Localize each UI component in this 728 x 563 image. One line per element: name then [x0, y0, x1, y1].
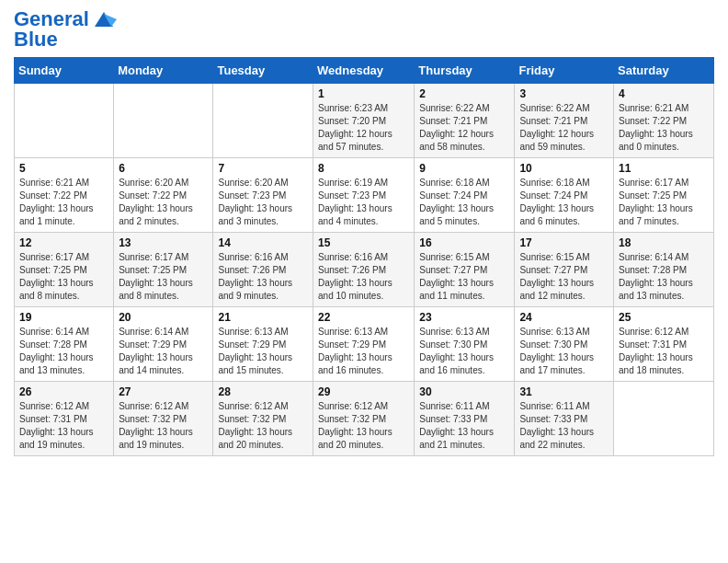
calendar-cell: 9Sunrise: 6:18 AMSunset: 7:24 PMDaylight… [415, 158, 515, 233]
day-number: 28 [218, 385, 308, 398]
calendar-cell: 19Sunrise: 6:14 AMSunset: 7:28 PMDayligh… [15, 307, 114, 382]
calendar-cell: 1Sunrise: 6:23 AMSunset: 7:20 PMDaylight… [313, 84, 415, 158]
calendar-cell: 13Sunrise: 6:17 AMSunset: 7:25 PMDayligh… [114, 233, 213, 307]
day-number: 27 [119, 385, 208, 398]
day-number: 16 [419, 236, 509, 249]
logo-text: General [14, 9, 89, 29]
calendar-cell: 31Sunrise: 6:11 AMSunset: 7:33 PMDayligh… [515, 382, 614, 456]
calendar-cell: 4Sunrise: 6:21 AMSunset: 7:22 PMDaylight… [614, 84, 714, 158]
day-number: 7 [218, 162, 308, 175]
calendar-cell: 8Sunrise: 6:19 AMSunset: 7:23 PMDaylight… [313, 158, 415, 233]
day-info: Sunrise: 6:16 AMSunset: 7:26 PMDaylight:… [218, 251, 308, 303]
day-number: 14 [218, 236, 308, 249]
day-number: 31 [519, 385, 609, 398]
day-number: 17 [519, 236, 609, 249]
day-number: 21 [218, 311, 308, 324]
day-number: 9 [419, 162, 509, 175]
calendar-cell [15, 84, 114, 158]
day-info: Sunrise: 6:14 AMSunset: 7:28 PMDaylight:… [619, 251, 709, 303]
day-number: 15 [318, 236, 409, 249]
day-number: 12 [19, 236, 108, 249]
day-number: 10 [519, 162, 609, 175]
calendar-cell: 25Sunrise: 6:12 AMSunset: 7:31 PMDayligh… [614, 307, 714, 382]
calendar-cell [213, 84, 313, 158]
day-info: Sunrise: 6:19 AMSunset: 7:23 PMDaylight:… [318, 177, 409, 228]
calendar-cell: 28Sunrise: 6:12 AMSunset: 7:32 PMDayligh… [213, 382, 313, 456]
calendar-cell: 29Sunrise: 6:12 AMSunset: 7:32 PMDayligh… [313, 382, 415, 456]
day-info: Sunrise: 6:12 AMSunset: 7:32 PMDaylight:… [218, 400, 308, 452]
calendar-cell: 27Sunrise: 6:12 AMSunset: 7:32 PMDayligh… [114, 382, 213, 456]
day-info: Sunrise: 6:21 AMSunset: 7:22 PMDaylight:… [19, 177, 108, 228]
calendar-cell: 2Sunrise: 6:22 AMSunset: 7:21 PMDaylight… [415, 84, 515, 158]
weekday-header-saturday: Saturday [614, 58, 714, 84]
day-number: 11 [619, 162, 709, 175]
weekday-header-monday: Monday [114, 58, 213, 84]
page-header: General Blue [14, 9, 714, 50]
calendar-cell: 22Sunrise: 6:13 AMSunset: 7:29 PMDayligh… [313, 307, 415, 382]
day-number: 23 [419, 311, 509, 324]
day-info: Sunrise: 6:22 AMSunset: 7:21 PMDaylight:… [519, 102, 609, 154]
calendar-cell: 24Sunrise: 6:13 AMSunset: 7:30 PMDayligh… [515, 307, 614, 382]
weekday-header-friday: Friday [515, 58, 614, 84]
day-info: Sunrise: 6:20 AMSunset: 7:22 PMDaylight:… [119, 177, 208, 228]
day-info: Sunrise: 6:11 AMSunset: 7:33 PMDaylight:… [419, 400, 509, 452]
calendar-cell: 20Sunrise: 6:14 AMSunset: 7:29 PMDayligh… [114, 307, 213, 382]
calendar-table: SundayMondayTuesdayWednesdayThursdayFrid… [14, 57, 714, 456]
calendar-cell: 6Sunrise: 6:20 AMSunset: 7:22 PMDaylight… [114, 158, 213, 233]
weekday-header-tuesday: Tuesday [213, 58, 313, 84]
calendar-cell: 17Sunrise: 6:15 AMSunset: 7:27 PMDayligh… [515, 233, 614, 307]
day-info: Sunrise: 6:14 AMSunset: 7:29 PMDaylight:… [119, 326, 208, 377]
calendar-cell: 15Sunrise: 6:16 AMSunset: 7:26 PMDayligh… [313, 233, 415, 307]
day-number: 19 [19, 311, 108, 324]
day-number: 25 [619, 311, 709, 324]
logo: General Blue [14, 9, 117, 50]
day-info: Sunrise: 6:15 AMSunset: 7:27 PMDaylight:… [419, 251, 509, 303]
calendar-cell [614, 382, 714, 456]
calendar-cell: 21Sunrise: 6:13 AMSunset: 7:29 PMDayligh… [213, 307, 313, 382]
day-info: Sunrise: 6:13 AMSunset: 7:30 PMDaylight:… [519, 326, 609, 377]
day-number: 18 [619, 236, 709, 249]
calendar-cell: 26Sunrise: 6:12 AMSunset: 7:31 PMDayligh… [15, 382, 114, 456]
calendar-cell: 10Sunrise: 6:18 AMSunset: 7:24 PMDayligh… [515, 158, 614, 233]
logo-blue: Blue [14, 29, 58, 50]
calendar-cell: 12Sunrise: 6:17 AMSunset: 7:25 PMDayligh… [15, 233, 114, 307]
day-info: Sunrise: 6:16 AMSunset: 7:26 PMDaylight:… [318, 251, 409, 303]
day-info: Sunrise: 6:17 AMSunset: 7:25 PMDaylight:… [619, 177, 709, 228]
day-info: Sunrise: 6:18 AMSunset: 7:24 PMDaylight:… [519, 177, 609, 228]
day-number: 13 [119, 236, 208, 249]
day-info: Sunrise: 6:20 AMSunset: 7:23 PMDaylight:… [218, 177, 308, 228]
day-info: Sunrise: 6:12 AMSunset: 7:31 PMDaylight:… [619, 326, 709, 377]
day-info: Sunrise: 6:15 AMSunset: 7:27 PMDaylight:… [519, 251, 609, 303]
day-info: Sunrise: 6:13 AMSunset: 7:29 PMDaylight:… [218, 326, 308, 377]
calendar-cell: 11Sunrise: 6:17 AMSunset: 7:25 PMDayligh… [614, 158, 714, 233]
calendar-cell: 3Sunrise: 6:22 AMSunset: 7:21 PMDaylight… [515, 84, 614, 158]
day-info: Sunrise: 6:14 AMSunset: 7:28 PMDaylight:… [19, 326, 108, 377]
calendar-cell: 16Sunrise: 6:15 AMSunset: 7:27 PMDayligh… [415, 233, 515, 307]
calendar-cell: 18Sunrise: 6:14 AMSunset: 7:28 PMDayligh… [614, 233, 714, 307]
day-number: 1 [318, 87, 409, 100]
day-info: Sunrise: 6:12 AMSunset: 7:31 PMDaylight:… [19, 400, 108, 452]
day-info: Sunrise: 6:17 AMSunset: 7:25 PMDaylight:… [119, 251, 208, 303]
calendar-cell: 7Sunrise: 6:20 AMSunset: 7:23 PMDaylight… [213, 158, 313, 233]
calendar-cell: 23Sunrise: 6:13 AMSunset: 7:30 PMDayligh… [415, 307, 515, 382]
day-info: Sunrise: 6:13 AMSunset: 7:30 PMDaylight:… [419, 326, 509, 377]
day-info: Sunrise: 6:17 AMSunset: 7:25 PMDaylight:… [19, 251, 108, 303]
day-number: 20 [119, 311, 208, 324]
day-info: Sunrise: 6:22 AMSunset: 7:21 PMDaylight:… [419, 102, 509, 154]
day-number: 2 [419, 87, 509, 100]
day-number: 30 [419, 385, 509, 398]
day-number: 26 [19, 385, 108, 398]
day-number: 6 [119, 162, 208, 175]
day-info: Sunrise: 6:12 AMSunset: 7:32 PMDaylight:… [318, 400, 409, 452]
calendar-cell: 14Sunrise: 6:16 AMSunset: 7:26 PMDayligh… [213, 233, 313, 307]
day-info: Sunrise: 6:12 AMSunset: 7:32 PMDaylight:… [119, 400, 208, 452]
day-number: 4 [619, 87, 709, 100]
calendar-cell: 30Sunrise: 6:11 AMSunset: 7:33 PMDayligh… [415, 382, 515, 456]
calendar-cell [114, 84, 213, 158]
day-number: 29 [318, 385, 409, 398]
day-number: 5 [19, 162, 108, 175]
day-info: Sunrise: 6:23 AMSunset: 7:20 PMDaylight:… [318, 102, 409, 154]
weekday-header-wednesday: Wednesday [313, 58, 415, 84]
day-number: 8 [318, 162, 409, 175]
calendar-cell: 5Sunrise: 6:21 AMSunset: 7:22 PMDaylight… [15, 158, 114, 233]
